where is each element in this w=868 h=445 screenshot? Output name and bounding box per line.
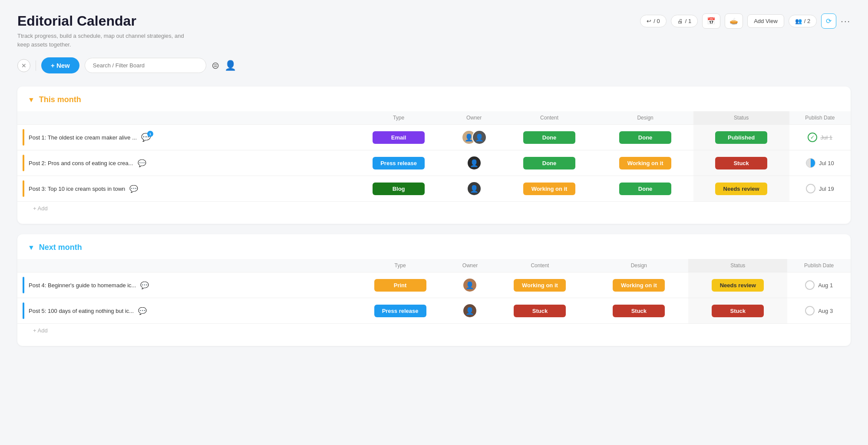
status-badge: Stuck (715, 157, 767, 169)
status-badge: Stuck (712, 305, 764, 317)
avatar: 👤 (467, 156, 482, 170)
col-design: Design (589, 259, 688, 272)
col-status: Status (688, 259, 787, 272)
toolbar: ✕ + New ⊜ 👤 (17, 57, 851, 73)
comment-icon[interactable]: 💬 (140, 281, 149, 289)
design-status-badge: Working on it (613, 279, 665, 292)
users-button[interactable]: 👥 / 2 (789, 15, 817, 27)
design-cell: Working on it (597, 150, 693, 176)
type-cell: Email (351, 125, 447, 150)
section-this-month: ▼ This month Type Owner Content Design S… (17, 86, 851, 224)
owner-cell: 👤 (450, 272, 491, 298)
add-row[interactable]: + Add (17, 324, 851, 338)
type-cell: Press release (351, 298, 450, 324)
table-next-month: Type Owner Content Design Status Publish… (17, 259, 851, 337)
add-label[interactable]: + Add (33, 327, 48, 334)
comment-icon[interactable]: 💬 (129, 185, 138, 193)
chat-badge-icon[interactable]: 💬1 (141, 133, 151, 142)
task-icon: 🖨 (677, 18, 683, 24)
section-header-this-month: ▼ This month (17, 95, 851, 111)
comment-count-button[interactable]: ↩ / 0 (640, 15, 666, 27)
publish-date-cell: Jul 19 (789, 176, 851, 202)
add-row[interactable]: + Add (17, 202, 851, 216)
content-cell: Working on it (502, 176, 597, 202)
content-cell: Done (502, 150, 597, 176)
table-this-month: Type Owner Content Design Status Publish… (17, 111, 851, 215)
table-row[interactable]: Post 2: Pros and cons of eating ice crea… (17, 150, 851, 176)
add-view-button[interactable]: Add View (747, 14, 784, 28)
check-icon: ✓ (808, 133, 817, 142)
publish-date: Aug 3 (818, 308, 833, 314)
chevron-icon[interactable]: ▼ (28, 244, 35, 252)
publish-date-cell: Aug 1 (787, 272, 851, 298)
avatar-2: 👤 (472, 130, 487, 145)
type-badge: Email (373, 131, 425, 144)
status-cell: Stuck (688, 298, 787, 324)
row-bar (23, 277, 24, 293)
page-title: Editorial Calendar (17, 13, 136, 29)
comment-icon[interactable]: 💬 (138, 307, 147, 315)
publish-date-cell: Jul 10 (789, 150, 851, 176)
section-label: Next month (39, 243, 82, 252)
post-title: Post 2: Pros and cons of eating ice crea… (29, 160, 133, 166)
section-label: This month (39, 95, 81, 104)
design-cell: Stuck (589, 298, 688, 324)
type-badge: Press release (374, 305, 426, 317)
person-filter-icon[interactable]: 👤 (224, 60, 236, 71)
post-title-cell: Post 2: Pros and cons of eating ice crea… (17, 150, 351, 176)
post-title-cell: Post 5: 100 days of eating nothing but i… (17, 298, 351, 324)
content-status-badge: Working on it (523, 183, 575, 195)
owner-cell: 👤 (447, 150, 502, 176)
publish-date: Jul 10 (819, 160, 834, 166)
page-header: Editorial Calendar ↩ / 0 🖨 / 1 📅 🥧 Add V… (17, 13, 851, 29)
new-button[interactable]: + New (41, 57, 79, 73)
chart-button[interactable]: 🥧 (725, 13, 743, 29)
row-bar (23, 129, 24, 146)
activity-button[interactable]: ⟳ (821, 13, 836, 29)
col-owner: Owner (447, 111, 502, 125)
type-badge: Print (374, 279, 426, 292)
design-cell: Done (597, 176, 693, 202)
comment-icon[interactable]: 💬 (138, 159, 146, 167)
type-badge: Press release (373, 157, 425, 169)
close-button[interactable]: ✕ (17, 59, 30, 72)
publish-date: Aug 1 (818, 282, 833, 289)
row-bar (23, 180, 24, 197)
type-cell: Print (351, 272, 450, 298)
comment-icon: ↩ (647, 18, 651, 24)
users-count-label: / 2 (804, 18, 810, 24)
add-label[interactable]: + Add (33, 205, 48, 212)
table-row[interactable]: Post 4: Beginner's guide to homemade ic.… (17, 272, 851, 298)
calendar-button[interactable]: 📅 (702, 13, 720, 29)
design-status-badge: Working on it (619, 157, 671, 169)
search-input[interactable] (85, 58, 206, 73)
col-publish-date: Publish Date (789, 111, 851, 125)
content-cell: Stuck (490, 298, 589, 324)
design-status-badge: Done (619, 131, 671, 144)
content-cell: Done (502, 125, 597, 150)
comment-count-label: / 0 (653, 18, 660, 24)
task-count-button[interactable]: 🖨 / 1 (671, 15, 698, 27)
content-status-badge: Working on it (514, 279, 566, 292)
table-row[interactable]: Post 5: 100 days of eating nothing but i… (17, 298, 851, 324)
col-publish-date: Publish Date (787, 259, 851, 272)
more-options-button[interactable]: ··· (841, 16, 851, 26)
table-row[interactable]: Post 1: The oldest ice cream maker alive… (17, 125, 851, 150)
empty-circle-icon (806, 184, 815, 193)
col-design: Design (597, 111, 693, 125)
design-status-badge: Done (619, 183, 671, 195)
owner-cell: 👤 (447, 176, 502, 202)
avatar: 👤 (462, 303, 477, 318)
status-cell: Published (693, 125, 789, 150)
table-row[interactable]: Post 3: Top 10 ice cream spots in town 💬… (17, 176, 851, 202)
empty-circle-icon (805, 306, 815, 315)
design-status-badge: Stuck (613, 305, 665, 317)
design-cell: Done (597, 125, 693, 150)
filter-icon[interactable]: ⊜ (211, 60, 219, 71)
chevron-icon[interactable]: ▼ (28, 96, 35, 104)
sections-container: ▼ This month Type Owner Content Design S… (17, 86, 851, 346)
status-cell: Needs review (693, 176, 789, 202)
title-area: Editorial Calendar (17, 13, 136, 29)
content-cell: Working on it (490, 272, 589, 298)
status-cell: Stuck (693, 150, 789, 176)
